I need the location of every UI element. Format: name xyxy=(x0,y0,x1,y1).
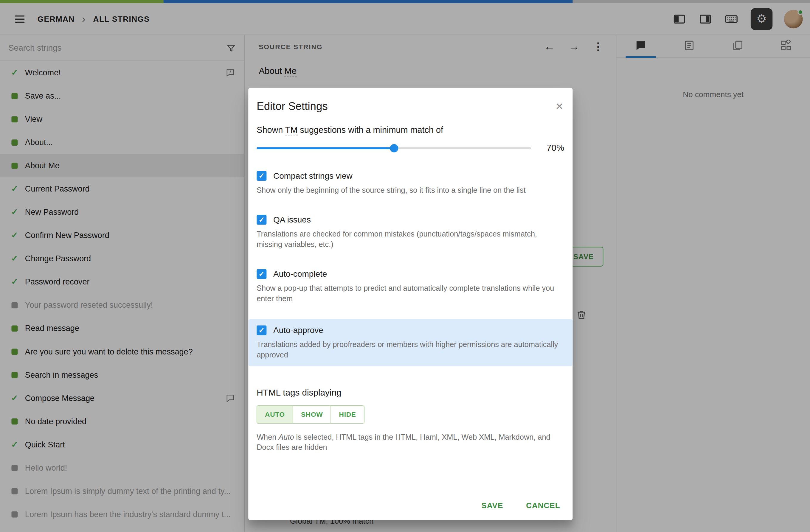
tm-label-after: suggestions with a minimum match of xyxy=(297,125,443,134)
editor-settings-dialog: Editor Settings × Shown TM suggestions w… xyxy=(248,88,572,520)
tm-label-before: Shown xyxy=(257,125,285,134)
option-label: Compact strings view xyxy=(273,171,353,181)
editor-options: ✓Compact strings viewShow only the begin… xyxy=(257,171,564,366)
dialog-footer: SAVE CANCEL xyxy=(481,501,560,510)
html-tags-description: When Auto is selected, HTML tags in the … xyxy=(257,432,563,452)
option-label: Auto-approve xyxy=(273,326,323,335)
app-window: GERMAN › ALL STRINGS ⚙ xyxy=(0,0,810,532)
tm-slider-thumb[interactable] xyxy=(389,144,398,152)
option-checkbox-row[interactable]: ✓Compact strings view xyxy=(257,171,564,181)
option-auto-complete: ✓Auto-completeShow a pop-up that attempt… xyxy=(257,269,564,303)
option-qa-issues: ✓QA issuesTranslations are checked for c… xyxy=(257,215,564,249)
tm-slider-value: 70% xyxy=(539,143,564,153)
html-tags-desc-after: is selected, HTML tags in the HTML, Haml… xyxy=(257,433,552,451)
dialog-title: Editor Settings xyxy=(257,100,328,113)
tm-match-slider-row: 70% xyxy=(257,143,564,153)
checkbox-checked-icon[interactable]: ✓ xyxy=(257,215,266,225)
html-tags-desc-before: When xyxy=(257,433,278,441)
html-tags-option-show[interactable]: SHOW xyxy=(293,406,331,423)
option-label: Auto-complete xyxy=(273,269,327,279)
tm-slider[interactable] xyxy=(257,147,531,149)
html-tags-option-auto[interactable]: AUTO xyxy=(257,406,293,423)
tm-slider-fill xyxy=(257,147,394,149)
checkbox-checked-icon[interactable]: ✓ xyxy=(257,171,266,181)
option-auto-approve: ✓Auto-approveTranslations added by proof… xyxy=(248,319,572,366)
html-tags-option-hide[interactable]: HIDE xyxy=(331,406,364,423)
dialog-cancel-button[interactable]: CANCEL xyxy=(526,501,560,510)
close-icon[interactable]: × xyxy=(556,100,564,112)
tm-slider-label: Shown TM suggestions with a minimum matc… xyxy=(257,125,564,135)
option-compact-strings-view: ✓Compact strings viewShow only the begin… xyxy=(257,171,564,195)
option-description: Translations added by proofreaders or me… xyxy=(257,339,563,360)
option-description: Translations are checked for common mist… xyxy=(257,229,563,249)
html-tags-heading: HTML tags displaying xyxy=(257,388,564,398)
option-description: Show only the beginning of the source st… xyxy=(257,185,563,195)
option-label: QA issues xyxy=(273,215,311,224)
option-description: Show a pop-up that attempts to predict a… xyxy=(257,283,563,303)
option-checkbox-row[interactable]: ✓Auto-approve xyxy=(257,325,564,335)
html-tags-segmented: AUTOSHOWHIDE xyxy=(257,405,364,423)
checkbox-checked-icon[interactable]: ✓ xyxy=(257,325,266,335)
dialog-save-button[interactable]: SAVE xyxy=(481,501,503,510)
option-checkbox-row[interactable]: ✓QA issues xyxy=(257,215,564,225)
tm-abbr: TM xyxy=(285,125,298,135)
option-checkbox-row[interactable]: ✓Auto-complete xyxy=(257,269,564,279)
checkbox-checked-icon[interactable]: ✓ xyxy=(257,269,266,279)
html-tags-desc-italic: Auto xyxy=(278,433,294,441)
